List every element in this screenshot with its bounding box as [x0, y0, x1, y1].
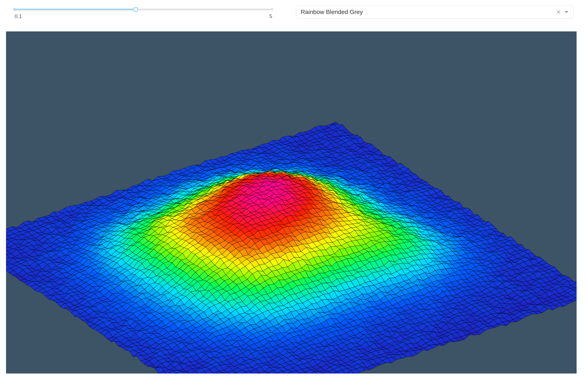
- surface-plot[interactable]: [6, 32, 577, 374]
- slider-min-label: 0.1: [15, 13, 22, 19]
- slider-max-label: 5: [269, 13, 272, 19]
- slider-labels: 0.1 5: [15, 13, 272, 19]
- colormap-select-box[interactable]: Rainbow Blended Grey: [296, 6, 574, 19]
- slider-endpoint-max: [271, 8, 274, 11]
- smoothing-slider[interactable]: 0.1 5: [15, 6, 272, 19]
- chevron-down-icon[interactable]: [564, 10, 569, 14]
- colormap-select-value: Rainbow Blended Grey: [301, 9, 556, 15]
- slider-endpoint-min: [13, 8, 16, 11]
- controls-row: 0.1 5 Rainbow Blended Grey: [0, 0, 588, 22]
- colormap-select[interactable]: Rainbow Blended Grey: [296, 6, 574, 19]
- slider-handle[interactable]: [133, 7, 138, 12]
- clear-icon[interactable]: [556, 10, 560, 14]
- slider-fill: [15, 9, 136, 10]
- slider-track[interactable]: [15, 9, 272, 10]
